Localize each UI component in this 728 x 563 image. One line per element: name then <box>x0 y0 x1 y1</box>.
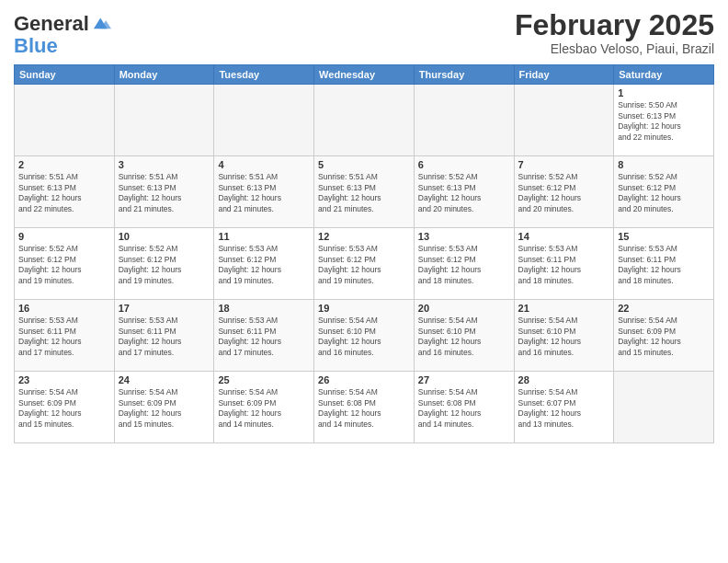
day-info: Sunrise: 5:54 AM Sunset: 6:09 PM Dayligh… <box>618 316 710 358</box>
calendar-day-cell: 4Sunrise: 5:51 AM Sunset: 6:13 PM Daylig… <box>214 156 314 228</box>
day-number: 16 <box>18 303 110 314</box>
logo: General Blue <box>14 13 111 57</box>
calendar-day-cell: 19Sunrise: 5:54 AM Sunset: 6:10 PM Dayli… <box>314 300 415 372</box>
day-number: 3 <box>119 159 210 170</box>
calendar-day-cell: 15Sunrise: 5:53 AM Sunset: 6:11 PM Dayli… <box>614 228 714 300</box>
logo-blue: Blue <box>14 35 58 57</box>
calendar-day-cell: 23Sunrise: 5:54 AM Sunset: 6:09 PM Dayli… <box>15 372 115 443</box>
day-info: Sunrise: 5:52 AM Sunset: 6:12 PM Dayligh… <box>119 244 210 286</box>
location: Elesbao Veloso, Piaui, Brazil <box>515 41 714 56</box>
day-number: 2 <box>18 159 110 170</box>
col-wednesday: Wednesday <box>314 65 415 85</box>
day-info: Sunrise: 5:51 AM Sunset: 6:13 PM Dayligh… <box>119 172 210 214</box>
day-info: Sunrise: 5:54 AM Sunset: 6:09 PM Dayligh… <box>218 387 310 430</box>
col-sunday: Sunday <box>15 65 115 85</box>
day-info: Sunrise: 5:51 AM Sunset: 6:13 PM Dayligh… <box>218 172 310 214</box>
calendar-week-row: 16Sunrise: 5:53 AM Sunset: 6:11 PM Dayli… <box>15 300 714 372</box>
calendar-day-cell: 3Sunrise: 5:51 AM Sunset: 6:13 PM Daylig… <box>114 156 214 228</box>
calendar-week-row: 23Sunrise: 5:54 AM Sunset: 6:09 PM Dayli… <box>15 372 714 443</box>
day-info: Sunrise: 5:52 AM Sunset: 6:12 PM Dayligh… <box>18 244 110 286</box>
day-number: 5 <box>318 159 410 170</box>
day-info: Sunrise: 5:54 AM Sunset: 6:10 PM Dayligh… <box>518 316 610 358</box>
day-info: Sunrise: 5:52 AM Sunset: 6:12 PM Dayligh… <box>518 172 610 214</box>
day-info: Sunrise: 5:53 AM Sunset: 6:11 PM Dayligh… <box>518 244 610 286</box>
calendar-day-cell <box>314 85 415 156</box>
header: General Blue February 2025 Elesbao Velos… <box>14 9 714 57</box>
page: General Blue February 2025 Elesbao Velos… <box>0 0 728 563</box>
calendar-day-cell: 9Sunrise: 5:52 AM Sunset: 6:12 PM Daylig… <box>15 228 115 300</box>
day-info: Sunrise: 5:54 AM Sunset: 6:10 PM Dayligh… <box>318 316 410 358</box>
day-info: Sunrise: 5:54 AM Sunset: 6:09 PM Dayligh… <box>18 387 110 430</box>
calendar-day-cell: 24Sunrise: 5:54 AM Sunset: 6:09 PM Dayli… <box>114 372 214 443</box>
col-saturday: Saturday <box>614 65 714 85</box>
calendar-day-cell: 14Sunrise: 5:53 AM Sunset: 6:11 PM Dayli… <box>514 228 614 300</box>
day-number: 24 <box>119 374 210 385</box>
day-number: 20 <box>418 303 510 314</box>
day-number: 27 <box>418 374 510 385</box>
title-block: February 2025 Elesbao Veloso, Piaui, Bra… <box>515 9 714 56</box>
calendar-day-cell: 20Sunrise: 5:54 AM Sunset: 6:10 PM Dayli… <box>414 300 514 372</box>
calendar-day-cell: 16Sunrise: 5:53 AM Sunset: 6:11 PM Dayli… <box>15 300 115 372</box>
day-number: 26 <box>318 374 410 385</box>
calendar-day-cell: 11Sunrise: 5:53 AM Sunset: 6:12 PM Dayli… <box>214 228 314 300</box>
day-number: 21 <box>518 303 610 314</box>
calendar-day-cell <box>514 85 614 156</box>
month-title: February 2025 <box>515 9 714 41</box>
day-number: 23 <box>18 374 110 385</box>
calendar-day-cell: 12Sunrise: 5:53 AM Sunset: 6:12 PM Dayli… <box>314 228 415 300</box>
calendar-day-cell: 26Sunrise: 5:54 AM Sunset: 6:08 PM Dayli… <box>314 372 415 443</box>
day-number: 10 <box>119 231 210 242</box>
col-friday: Friday <box>514 65 614 85</box>
logo-text: General <box>14 13 89 35</box>
calendar-day-cell: 25Sunrise: 5:54 AM Sunset: 6:09 PM Dayli… <box>214 372 314 443</box>
day-number: 11 <box>218 231 310 242</box>
day-info: Sunrise: 5:53 AM Sunset: 6:12 PM Dayligh… <box>418 244 510 286</box>
day-number: 19 <box>318 303 410 314</box>
day-info: Sunrise: 5:51 AM Sunset: 6:13 PM Dayligh… <box>318 172 410 214</box>
day-info: Sunrise: 5:53 AM Sunset: 6:11 PM Dayligh… <box>119 316 210 358</box>
day-number: 4 <box>218 159 310 170</box>
calendar-day-cell <box>114 85 214 156</box>
day-info: Sunrise: 5:54 AM Sunset: 6:10 PM Dayligh… <box>418 316 510 358</box>
calendar-day-cell: 18Sunrise: 5:53 AM Sunset: 6:11 PM Dayli… <box>214 300 314 372</box>
calendar-day-cell: 7Sunrise: 5:52 AM Sunset: 6:12 PM Daylig… <box>514 156 614 228</box>
day-number: 28 <box>518 374 610 385</box>
day-info: Sunrise: 5:53 AM Sunset: 6:12 PM Dayligh… <box>218 244 310 286</box>
calendar-day-cell: 28Sunrise: 5:54 AM Sunset: 6:07 PM Dayli… <box>514 372 614 443</box>
calendar-day-cell <box>15 85 115 156</box>
calendar-day-cell <box>614 372 714 443</box>
col-monday: Monday <box>114 65 214 85</box>
calendar-week-row: 2Sunrise: 5:51 AM Sunset: 6:13 PM Daylig… <box>15 156 714 228</box>
calendar-week-row: 1Sunrise: 5:50 AM Sunset: 6:13 PM Daylig… <box>15 85 714 156</box>
calendar-day-cell: 8Sunrise: 5:52 AM Sunset: 6:12 PM Daylig… <box>614 156 714 228</box>
day-number: 13 <box>418 231 510 242</box>
calendar-day-cell: 1Sunrise: 5:50 AM Sunset: 6:13 PM Daylig… <box>614 85 714 156</box>
day-number: 8 <box>618 159 710 170</box>
day-number: 15 <box>618 231 710 242</box>
day-info: Sunrise: 5:52 AM Sunset: 6:12 PM Dayligh… <box>618 172 710 214</box>
day-number: 18 <box>218 303 310 314</box>
calendar-week-row: 9Sunrise: 5:52 AM Sunset: 6:12 PM Daylig… <box>15 228 714 300</box>
calendar-day-cell <box>214 85 314 156</box>
calendar-header-row: Sunday Monday Tuesday Wednesday Thursday… <box>15 65 714 85</box>
calendar-day-cell: 5Sunrise: 5:51 AM Sunset: 6:13 PM Daylig… <box>314 156 415 228</box>
day-number: 6 <box>418 159 510 170</box>
col-thursday: Thursday <box>414 65 514 85</box>
day-number: 7 <box>518 159 610 170</box>
day-number: 12 <box>318 231 410 242</box>
day-info: Sunrise: 5:54 AM Sunset: 6:09 PM Dayligh… <box>119 387 210 430</box>
day-info: Sunrise: 5:54 AM Sunset: 6:08 PM Dayligh… <box>418 387 510 430</box>
day-number: 22 <box>618 303 710 314</box>
day-info: Sunrise: 5:54 AM Sunset: 6:08 PM Dayligh… <box>318 387 410 430</box>
calendar-day-cell: 10Sunrise: 5:52 AM Sunset: 6:12 PM Dayli… <box>114 228 214 300</box>
day-info: Sunrise: 5:51 AM Sunset: 6:13 PM Dayligh… <box>18 172 110 214</box>
calendar-day-cell: 17Sunrise: 5:53 AM Sunset: 6:11 PM Dayli… <box>114 300 214 372</box>
day-info: Sunrise: 5:53 AM Sunset: 6:11 PM Dayligh… <box>218 316 310 358</box>
day-info: Sunrise: 5:53 AM Sunset: 6:11 PM Dayligh… <box>18 316 110 358</box>
day-info: Sunrise: 5:53 AM Sunset: 6:11 PM Dayligh… <box>618 244 710 286</box>
calendar-day-cell: 21Sunrise: 5:54 AM Sunset: 6:10 PM Dayli… <box>514 300 614 372</box>
calendar: Sunday Monday Tuesday Wednesday Thursday… <box>14 64 714 443</box>
day-info: Sunrise: 5:53 AM Sunset: 6:12 PM Dayligh… <box>318 244 410 286</box>
day-info: Sunrise: 5:52 AM Sunset: 6:13 PM Dayligh… <box>418 172 510 214</box>
calendar-day-cell: 22Sunrise: 5:54 AM Sunset: 6:09 PM Dayli… <box>614 300 714 372</box>
